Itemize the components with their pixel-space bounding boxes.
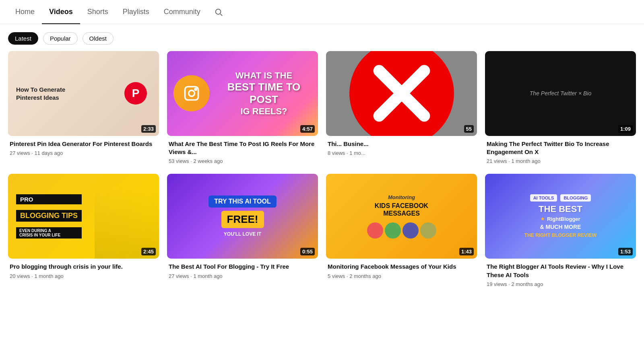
video-card-v1[interactable]: How To GeneratePinterest Ideas P 2:33 Pi…	[8, 51, 159, 166]
nav-playlists[interactable]: Playlists	[116, 0, 157, 24]
video-card-v7[interactable]: Monitoring KIDS FACEBOOKMESSAGES 1:43 Mo…	[326, 174, 477, 288]
video-title-v4: Making The Perfect Twitter Bio To Increa…	[487, 140, 634, 156]
video-meta-v5: 20 views · 1 month ago	[10, 273, 157, 279]
video-card-v3[interactable]: 55 Thi... Busine... 8 views · 1 mo...	[326, 51, 477, 166]
video-title-v7: Monitoring Facebook Messages of Your Kid…	[328, 263, 475, 271]
video-meta-v1: 27 views · 11 days ago	[10, 150, 157, 156]
nav-videos[interactable]: Videos	[42, 0, 80, 24]
video-card-v8[interactable]: AI TOOLS BLOGGING THE BEST ★ RightBlogge…	[485, 174, 636, 288]
filter-bar: Latest Popular Oldest	[0, 24, 644, 51]
video-title-v8: The Right Blogger AI Tools Review - Why …	[487, 263, 634, 279]
svg-point-4	[195, 88, 196, 90]
blocked-x-icon	[349, 51, 454, 136]
nav-community[interactable]: Community	[157, 0, 208, 24]
video-card-v5[interactable]: PRO BLOGGING TIPS EVEN DURING ACRISIS IN…	[8, 174, 159, 288]
svg-line-1	[220, 14, 222, 16]
video-title-v2: What Are The Best Time To Post IG Reels …	[169, 140, 316, 156]
video-title-v6: The Best AI Tool For Blogging - Try It F…	[169, 263, 316, 271]
video-duration-v3: 55	[464, 125, 474, 133]
video-title-v1: Pinterest Pin Idea Generator For Pintere…	[10, 140, 157, 148]
video-duration-v4: 1:09	[618, 125, 633, 133]
video-meta-v8: 19 views · 2 months ago	[487, 281, 634, 287]
video-title-v3: Thi... Busine...	[328, 140, 475, 148]
video-card-v6[interactable]: TRY THIS AI TOOL FREE! YOU'LL LOVE IT 0:…	[167, 174, 318, 288]
video-duration-v7: 1:43	[459, 248, 474, 255]
video-meta-v7: 5 views · 2 months ago	[328, 273, 475, 279]
video-duration-v6: 0:55	[300, 248, 315, 255]
nav-home[interactable]: Home	[8, 0, 42, 24]
filter-popular[interactable]: Popular	[43, 32, 78, 45]
svg-point-0	[215, 9, 221, 14]
video-meta-v6: 27 views · 1 month ago	[169, 273, 316, 279]
video-meta-v4: 21 views · 1 month ago	[487, 158, 634, 164]
video-grid: How To GeneratePinterest Ideas P 2:33 Pi…	[0, 51, 644, 305]
video-meta-v2: 53 views · 2 weeks ago	[169, 158, 316, 164]
search-button[interactable]	[214, 8, 223, 16]
video-title-v5: Pro blogging through crisis in your life…	[10, 263, 157, 271]
video-card-v2[interactable]: WHAT IS THEBEST TIME TO POSTIG REELS? 4:…	[167, 51, 318, 166]
video-meta-v3: 8 views · 1 mo...	[328, 150, 475, 156]
nav-shorts[interactable]: Shorts	[80, 0, 116, 24]
video-duration-v1: 2:33	[141, 125, 156, 133]
video-duration-v2: 4:57	[300, 125, 315, 133]
video-card-v4[interactable]: The Perfect Twitter × Bio 1:09 Making Th…	[485, 51, 636, 166]
channel-nav: Home Videos Shorts Playlists Community	[0, 0, 644, 24]
svg-point-3	[189, 90, 195, 97]
filter-oldest[interactable]: Oldest	[83, 32, 114, 45]
video-duration-v8: 1:53	[618, 248, 633, 255]
filter-latest[interactable]: Latest	[8, 32, 38, 45]
video-duration-v5: 2:45	[141, 248, 156, 255]
